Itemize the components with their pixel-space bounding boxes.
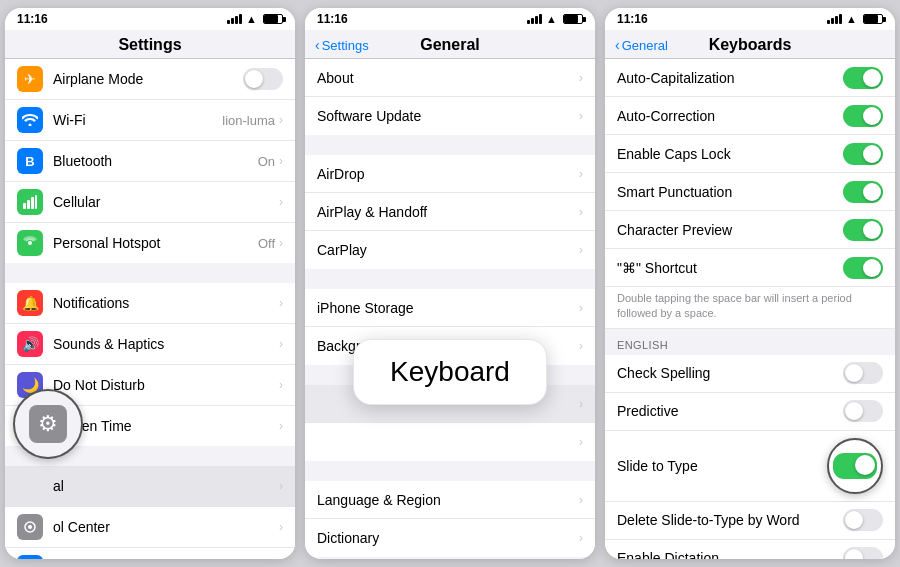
- list-item-airplane[interactable]: ✈ Airplane Mode: [5, 59, 295, 100]
- airplane-icon: ✈: [17, 66, 43, 92]
- list-item-softwareupdate[interactable]: Software Update ›: [305, 97, 595, 135]
- smartpunct-toggle[interactable]: [843, 181, 883, 203]
- list-item-hotspot[interactable]: Personal Hotspot Off ›: [5, 223, 295, 263]
- cellular-chevron: ›: [279, 195, 283, 209]
- settings-list-2: About › Software Update › AirDrop › AirP…: [305, 59, 595, 559]
- dict-label: Dictionary: [317, 530, 579, 546]
- status-icons-2: ▲: [527, 13, 583, 25]
- wifi-chevron: ›: [279, 113, 283, 127]
- list-item-carplay[interactable]: CarPlay ›: [305, 231, 595, 269]
- panel1-settings: 11:16 ▲ Settings ✈ Airplane Mode: [5, 8, 295, 559]
- list-item-autocap[interactable]: Auto-Capitalization: [605, 59, 895, 97]
- list-item-predictive[interactable]: Predictive: [605, 393, 895, 431]
- list-item-enabledictation[interactable]: Enable Dictation: [605, 540, 895, 559]
- english-section: Check Spelling Predictive Slide to Type …: [605, 355, 895, 559]
- list-item-autocorrect[interactable]: Auto-Correction: [605, 97, 895, 135]
- list-item-display[interactable]: ☀ Display & Brightness ›: [5, 548, 295, 559]
- list-item-general[interactable]: ⚙ al ›: [5, 466, 295, 507]
- panel3-title: Keyboards: [709, 36, 792, 54]
- list-item-bluetooth[interactable]: B Bluetooth On ›: [5, 141, 295, 182]
- airplane-label: Airplane Mode: [53, 71, 243, 87]
- controlcenter-label: ol Center: [53, 519, 279, 535]
- carplay-label: CarPlay: [317, 242, 579, 258]
- about-label: About: [317, 70, 579, 86]
- status-bar-1: 11:16 ▲: [5, 8, 295, 30]
- list-item-lang2[interactable]: ›: [305, 423, 595, 461]
- autocorrect-toggle[interactable]: [843, 105, 883, 127]
- list-item-wifi[interactable]: Wi-Fi lion-luma ›: [5, 100, 295, 141]
- airdrop-label: AirDrop: [317, 166, 579, 182]
- checkspelling-toggle[interactable]: [843, 362, 883, 384]
- list-item-shortcut[interactable]: "⌘" Shortcut: [605, 249, 895, 287]
- wifi-icon-3: ▲: [846, 13, 857, 25]
- hotspot-value: Off: [258, 236, 275, 251]
- capslock-toggle[interactable]: [843, 143, 883, 165]
- keyboard-chevron: ›: [579, 397, 583, 411]
- battery-icon: [263, 14, 283, 24]
- status-bar-2: 11:16 ▲: [305, 8, 595, 30]
- section-lang: Language & Region › Dictionary ›: [305, 481, 595, 557]
- list-item-smartpunct[interactable]: Smart Punctuation: [605, 173, 895, 211]
- airplane-toggle[interactable]: [243, 68, 283, 90]
- softwareupdate-label: Software Update: [317, 108, 579, 124]
- list-item-langregion[interactable]: Language & Region ›: [305, 481, 595, 519]
- charpreview-label: Character Preview: [617, 222, 843, 238]
- deleteslide-toggle[interactable]: [843, 509, 883, 531]
- enabledictation-toggle[interactable]: [843, 547, 883, 559]
- slidetotype-toggle-highlight: [827, 438, 883, 494]
- shortcut-toggle[interactable]: [843, 257, 883, 279]
- list-item-cellular[interactable]: Cellular ›: [5, 182, 295, 223]
- list-item-slidetotype[interactable]: Slide to Type: [605, 431, 895, 502]
- list-item-airdrop[interactable]: AirDrop ›: [305, 155, 595, 193]
- autocap-label: Auto-Capitalization: [617, 70, 843, 86]
- wifi-icon: ▲: [246, 13, 257, 25]
- slidetotype-toggle[interactable]: [833, 453, 877, 479]
- autocap-toggle[interactable]: [843, 67, 883, 89]
- back-label-3: General: [622, 38, 668, 53]
- charpreview-toggle[interactable]: [843, 219, 883, 241]
- gear-icon: ⚙: [29, 405, 67, 443]
- list-item-deleteslide[interactable]: Delete Slide-to-Type by Word: [605, 502, 895, 540]
- svg-point-6: [28, 525, 32, 529]
- bgr-chevron: ›: [579, 339, 583, 353]
- list-item-charpreview[interactable]: Character Preview: [605, 211, 895, 249]
- back-chevron-2: ‹: [315, 37, 320, 53]
- list-item-capslock[interactable]: Enable Caps Lock: [605, 135, 895, 173]
- dnd-label: Do Not Disturb: [53, 377, 279, 393]
- svg-point-4: [28, 241, 32, 245]
- list-item-notifications[interactable]: 🔔 Notifications ›: [5, 283, 295, 324]
- general-chevron: ›: [279, 479, 283, 493]
- list-item-checkspelling[interactable]: Check Spelling: [605, 355, 895, 393]
- svg-rect-0: [23, 203, 26, 209]
- list-item-airplay[interactable]: AirPlay & Handoff ›: [305, 193, 595, 231]
- bluetooth-chevron: ›: [279, 154, 283, 168]
- gear-overlay-circle: ⚙: [13, 389, 83, 459]
- notif-chevron: ›: [279, 296, 283, 310]
- list-item-dictionary[interactable]: Dictionary ›: [305, 519, 595, 557]
- predictive-toggle[interactable]: [843, 400, 883, 422]
- notifications-icon: 🔔: [17, 290, 43, 316]
- iphstorage-label: iPhone Storage: [317, 300, 579, 316]
- status-time-1: 11:16: [17, 12, 48, 26]
- status-icons-3: ▲: [827, 13, 883, 25]
- predictive-label: Predictive: [617, 403, 843, 419]
- panel3-keyboards: 11:16 ▲ ‹ General Keyboards Auto-Capital…: [605, 8, 895, 559]
- panel3-content: Auto-Capitalization Auto-Correction Enab…: [605, 59, 895, 559]
- lang2-chevron: ›: [579, 435, 583, 449]
- status-bar-3: 11:16 ▲: [605, 8, 895, 30]
- back-button-3[interactable]: ‹ General: [615, 37, 668, 53]
- signal-icon-3: [827, 14, 842, 24]
- list-item-controlcenter[interactable]: ol Center ›: [5, 507, 295, 548]
- list-item-about[interactable]: About ›: [305, 59, 595, 97]
- slidetotype-label: Slide to Type: [617, 458, 827, 474]
- bluetooth-icon: B: [17, 148, 43, 174]
- signal-icon: [227, 14, 242, 24]
- back-button-2[interactable]: ‹ Settings: [315, 37, 369, 53]
- list-item-sounds[interactable]: 🔊 Sounds & Haptics ›: [5, 324, 295, 365]
- status-icons-1: ▲: [227, 13, 283, 25]
- sounds-icon: 🔊: [17, 331, 43, 357]
- list-item-iphstorage[interactable]: iPhone Storage ›: [305, 289, 595, 327]
- autocorrect-label: Auto-Correction: [617, 108, 843, 124]
- back-label-2: Settings: [322, 38, 369, 53]
- section-about: About › Software Update ›: [305, 59, 595, 135]
